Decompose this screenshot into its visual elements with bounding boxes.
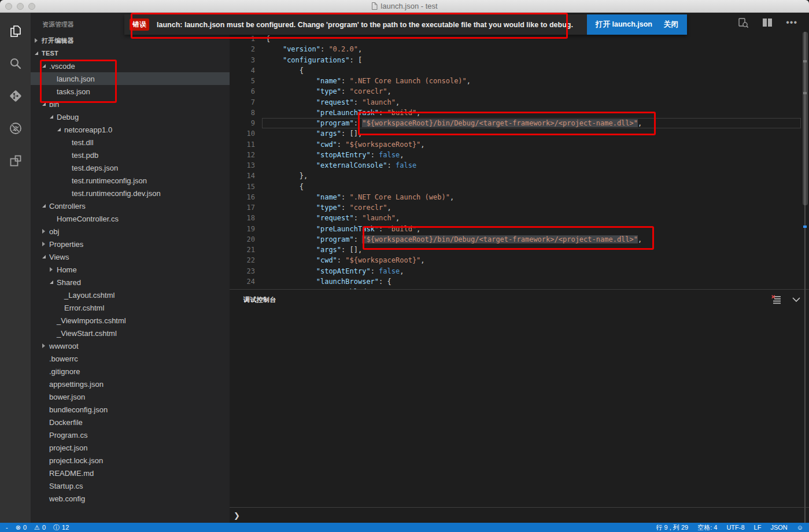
line-number: 8 (230, 108, 266, 118)
line-number: 19 (230, 224, 266, 234)
more-actions-icon[interactable]: ••• (786, 20, 797, 25)
feedback-smiley-icon[interactable]: ☺ (797, 524, 803, 531)
tree-file[interactable]: HomeController.cs (31, 212, 230, 225)
tree-file[interactable]: _ViewStart.cshtml (31, 327, 230, 339)
tree-file[interactable]: Program.cs (31, 428, 230, 441)
tree-item-label: Shared (57, 278, 81, 287)
tree-item-label: tasks.json (57, 87, 90, 96)
tree-file[interactable]: tasks.json (31, 85, 230, 98)
line-number: 9 (230, 118, 266, 128)
close-notification-button[interactable]: 关闭 (664, 20, 678, 29)
tree-file[interactable]: web.config (31, 492, 230, 505)
tree-folder[interactable]: Properties (31, 238, 230, 250)
code-line: 12 "stopAtEntry": false, (230, 150, 809, 160)
tree-folder[interactable]: bin (31, 98, 230, 110)
info-count: 12 (62, 524, 69, 531)
split-editor-icon[interactable] (762, 17, 773, 28)
tree-file[interactable]: _ViewImports.cshtml (31, 314, 230, 327)
tree-file[interactable]: bundleconfig.json (31, 403, 230, 416)
twisty-collapsed-icon (42, 242, 49, 246)
activitybar-source-control[interactable] (8, 88, 24, 104)
zoom-window-button[interactable] (28, 3, 35, 10)
tree-file[interactable]: project.json (31, 441, 230, 454)
search-icon (8, 56, 23, 71)
tree-file[interactable]: bower.json (31, 390, 230, 403)
code-line: 20 "program": "${workspaceRoot}/bin/Debu… (230, 234, 809, 245)
tree-folder[interactable]: Debug (31, 110, 230, 123)
debug-console-input[interactable]: ❯ (230, 507, 809, 523)
code-editor[interactable]: 1{2 "version": "0.2.0",3 "configurations… (230, 32, 809, 289)
tree-item-label: launch.json (57, 75, 95, 83)
statusbar-dash[interactable]: - (6, 524, 8, 531)
encoding[interactable]: UTF-8 (726, 524, 744, 531)
tree-folder[interactable]: Home (31, 263, 230, 276)
tab-debug-console[interactable]: 调试控制台 (243, 295, 276, 304)
tree-item-label: bin (49, 100, 59, 109)
twisty-expanded-icon (35, 51, 42, 55)
line-number: 10 (230, 128, 266, 139)
tree-section[interactable]: 打开编辑器 (31, 34, 230, 47)
tree-item-label: bower.json (49, 393, 85, 401)
code-line: 22 "cwd": "${workspaceRoot}", (230, 255, 809, 265)
minimize-window-button[interactable] (17, 3, 24, 10)
tree-folder[interactable]: netcoreapp1.0 (31, 123, 230, 136)
activitybar-explorer[interactable] (8, 23, 24, 39)
scrollbar-thumb[interactable] (803, 32, 808, 205)
cursor-position[interactable]: 行 9 , 列 29 (656, 523, 689, 532)
tree-folder[interactable]: Views (31, 250, 230, 263)
code-line: 10 "args": [], (230, 128, 809, 139)
tree-file[interactable]: Error.cshtml (31, 301, 230, 314)
activitybar-search[interactable] (8, 56, 24, 72)
tree-file[interactable]: test.deps.json (31, 161, 230, 174)
tree-file[interactable]: appsettings.json (31, 378, 230, 390)
problems-errors[interactable]: ⊗ 0 (16, 524, 27, 531)
tree-file[interactable]: _Layout.cshtml (31, 289, 230, 301)
problems-infos[interactable]: ⓘ 12 (53, 524, 69, 531)
eol-sequence[interactable]: LF (754, 524, 762, 531)
tree-file[interactable]: Startup.cs (31, 479, 230, 492)
tree-item-label: HomeController.cs (57, 215, 119, 223)
tree-file[interactable]: test.runtimeconfig.json (31, 174, 230, 187)
collapse-panel-icon[interactable] (792, 297, 801, 302)
tree-file[interactable]: .gitignore (31, 365, 230, 378)
code-line: 9 "program": "${workspaceRoot}/bin/Debug… (230, 118, 809, 128)
activitybar-debug[interactable] (8, 120, 24, 136)
open-preview-icon[interactable] (737, 17, 749, 28)
code-line: 19 "preLaunchTask": "build", (230, 224, 809, 234)
clear-console-icon[interactable] (771, 295, 781, 304)
code-line: 5 "name": ".NET Core Launch (console)", (230, 76, 809, 86)
tree-folder[interactable]: obj (31, 225, 230, 238)
tree-section[interactable]: TEST (31, 47, 230, 60)
line-number: 16 (230, 192, 266, 202)
tree-item-label: Program.cs (49, 431, 87, 439)
overview-ruler-mark (803, 92, 807, 94)
tree-item-label: wwwroot (49, 342, 79, 350)
tree-item-label: obj (49, 227, 59, 236)
close-window-button[interactable] (5, 3, 12, 10)
tree-folder[interactable]: .vscode (31, 60, 230, 72)
line-number: 15 (230, 182, 266, 192)
tree-file[interactable]: test.pdb (31, 149, 230, 161)
tree-item-label: Properties (49, 240, 83, 249)
tree-file[interactable]: test.runtimeconfig.dev.json (31, 187, 230, 200)
tree-file[interactable]: .bowerrc (31, 352, 230, 365)
tree-file[interactable]: test.dll (31, 136, 230, 149)
language-mode[interactable]: JSON (770, 524, 787, 531)
problems-warnings[interactable]: ⚠ 0 (34, 524, 46, 531)
error-severity-badge: 错误 (130, 19, 149, 31)
tree-folder[interactable]: Shared (31, 276, 230, 289)
twisty-expanded-icon (42, 255, 49, 258)
tree-file[interactable]: launch.json (31, 72, 230, 85)
tree-file[interactable]: project.lock.json (31, 454, 230, 467)
line-number: 3 (230, 55, 266, 65)
tree-file[interactable]: Dockerfile (31, 416, 230, 428)
activitybar-extensions[interactable] (8, 153, 24, 169)
tree-item-label: project.lock.json (49, 456, 103, 465)
tree-folder[interactable]: Controllers (31, 200, 230, 212)
code-line: 25 "enabled": true, (230, 287, 809, 289)
indentation[interactable]: 空格: 4 (697, 523, 717, 532)
twisty-expanded-icon (50, 115, 57, 119)
tree-file[interactable]: README.md (31, 467, 230, 479)
tree-folder[interactable]: wwwroot (31, 339, 230, 352)
open-launch-json-button[interactable]: 打开 launch.json (596, 20, 652, 29)
